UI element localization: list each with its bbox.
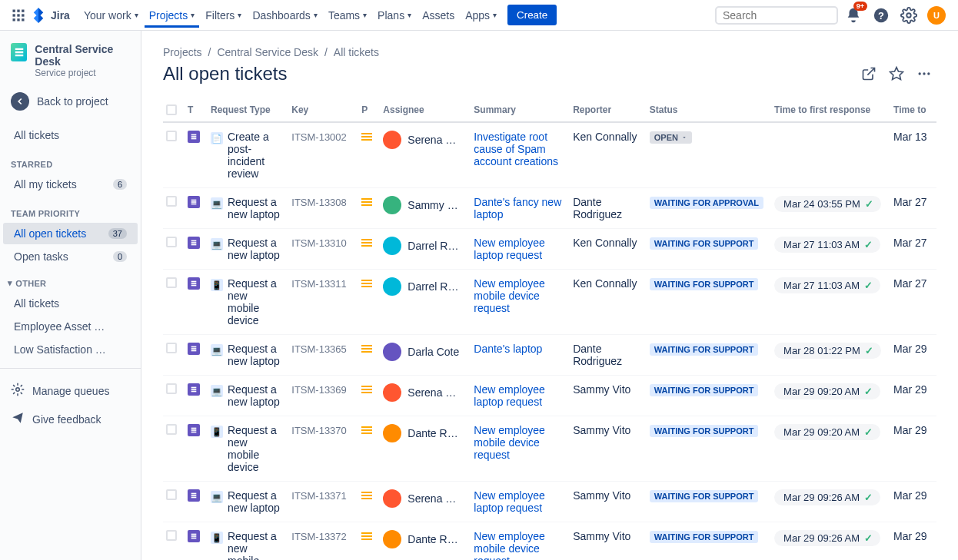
status-badge[interactable]: WAITING FOR SUPPORT — [650, 531, 759, 543]
table-row[interactable]: 📱Request a new mobile deviceITSM-13372Da… — [163, 522, 936, 561]
sidebar-item-open-tasks[interactable]: Open tasks0 — [3, 246, 138, 267]
column-header[interactable] — [163, 98, 185, 122]
status-badge[interactable]: WAITING FOR SUPPORT — [650, 384, 759, 396]
column-header[interactable]: Request Type — [208, 98, 288, 122]
status-badge[interactable]: WAITING FOR SUPPORT — [650, 278, 759, 290]
select-all-checkbox[interactable] — [166, 104, 177, 115]
summary-link[interactable]: New employee mobile device request — [474, 530, 545, 560]
table-row[interactable]: 💻Request a new laptopITSM-13371Serena Me… — [163, 482, 936, 522]
help-button[interactable]: ? — [869, 3, 893, 28]
sidebar-action-give-feedback[interactable]: Give feedback — [0, 405, 141, 433]
row-checkbox[interactable] — [166, 277, 177, 288]
search-input[interactable] — [723, 9, 857, 22]
sidebar-item-all-tickets[interactable]: All tickets — [3, 124, 138, 146]
row-checkbox[interactable] — [166, 424, 177, 435]
nav-item-assets[interactable]: Assets — [417, 3, 459, 28]
table-row[interactable]: 📱Request a new mobile deviceITSM-13370Da… — [163, 416, 936, 482]
row-checkbox[interactable] — [166, 237, 177, 247]
svg-point-18 — [927, 72, 930, 75]
row-checkbox[interactable] — [166, 131, 177, 141]
settings-button[interactable] — [896, 3, 921, 28]
assignee-avatar — [383, 343, 401, 361]
breadcrumb-item[interactable]: Projects — [163, 46, 202, 58]
back-to-project[interactable]: Back to project — [0, 86, 141, 117]
more-actions-button[interactable] — [912, 61, 936, 86]
summary-link[interactable]: New employee mobile device request — [474, 277, 545, 314]
row-checkbox[interactable] — [166, 343, 177, 353]
issue-key[interactable]: ITSM-13311 — [291, 278, 347, 290]
table-row[interactable]: 💻Request a new laptopITSM-13308Sammy Vit… — [163, 188, 936, 229]
request-type: 📱Request a new mobile device — [211, 530, 281, 560]
sidebar-item-employee-asset-orders[interactable]: Employee Asset Orders — [3, 316, 138, 337]
summary-link[interactable]: Investigate root cause of Spam account c… — [474, 131, 558, 167]
ttfr-value: Mar 24 03:55 PM — [783, 198, 860, 210]
nav-item-projects[interactable]: Projects▾ — [145, 3, 200, 28]
issue-key[interactable]: ITSM-13308 — [291, 197, 347, 208]
status-badge[interactable]: WAITING FOR APPROVAL — [650, 197, 763, 209]
row-checkbox[interactable] — [166, 489, 177, 500]
sidebar-item-all-my-tickets[interactable]: All my tickets6 — [3, 174, 138, 195]
breadcrumb-item[interactable]: All tickets — [334, 46, 379, 58]
app-switcher-icon[interactable] — [9, 6, 28, 25]
issue-key[interactable]: ITSM-13370 — [291, 425, 347, 436]
column-header[interactable]: Status — [647, 98, 771, 122]
table-row[interactable]: 📄Create a post-incident reviewITSM-13002… — [163, 122, 936, 188]
sidebar-item-low-satisfaction-scores-p-[interactable]: Low Satisfaction Scores (P... — [3, 339, 138, 360]
open-external-button[interactable] — [857, 61, 881, 86]
nav-item-teams[interactable]: Teams▾ — [324, 3, 371, 28]
status-badge[interactable]: WAITING FOR SUPPORT — [650, 343, 759, 356]
summary-link[interactable]: New employee mobile device request — [474, 424, 545, 461]
summary-link[interactable]: New employee laptop request — [474, 383, 545, 408]
sidebar-item-all-open-tickets[interactable]: All open tickets37 — [3, 223, 138, 244]
sidebar-item-all-tickets[interactable]: All tickets — [3, 293, 138, 314]
summary-link[interactable]: Dante's fancy new laptop — [474, 196, 561, 220]
column-header[interactable]: Assignee — [380, 98, 471, 122]
column-header[interactable]: Time to first response — [771, 98, 890, 122]
column-header[interactable]: Time to — [890, 98, 936, 122]
nav-item-apps[interactable]: Apps▾ — [461, 3, 501, 28]
request-type: 💻Request a new laptop — [211, 489, 281, 514]
search-box[interactable] — [715, 6, 838, 25]
table-row[interactable]: 💻Request a new laptopITSM-13365Darla Cot… — [163, 335, 936, 376]
issue-key[interactable]: ITSM-13310 — [291, 237, 347, 249]
issue-key[interactable]: ITSM-13372 — [291, 531, 347, 542]
status-badge[interactable]: OPEN — [650, 131, 692, 144]
jira-logo[interactable]: Jira — [31, 8, 70, 23]
summary-link[interactable]: Dante's laptop — [474, 343, 542, 355]
issue-key[interactable]: ITSM-13002 — [291, 131, 347, 143]
issue-key[interactable]: ITSM-13369 — [291, 384, 347, 396]
svg-rect-28 — [191, 281, 197, 283]
nav-item-dashboards[interactable]: Dashboards▾ — [248, 3, 322, 28]
sidebar-action-manage-queues[interactable]: Manage queues — [0, 376, 141, 405]
row-checkbox[interactable] — [166, 530, 177, 541]
nav-item-your-work[interactable]: Your work▾ — [79, 3, 143, 28]
nav-item-filters[interactable]: Filters▾ — [201, 3, 246, 28]
status-badge[interactable]: WAITING FOR SUPPORT — [650, 490, 759, 502]
row-checkbox[interactable] — [166, 196, 177, 207]
summary-link[interactable]: New employee laptop request — [474, 237, 545, 261]
star-button[interactable] — [884, 61, 909, 86]
issue-key[interactable]: ITSM-13371 — [291, 490, 347, 502]
summary-link[interactable]: New employee laptop request — [474, 489, 545, 514]
sidebar-heading[interactable]: ▾OTHER — [0, 269, 141, 291]
nav-item-plans[interactable]: Plans▾ — [373, 3, 416, 28]
issue-key[interactable]: ITSM-13365 — [291, 343, 347, 355]
status-badge[interactable]: WAITING FOR SUPPORT — [650, 237, 759, 250]
notifications-button[interactable]: 9+ — [841, 3, 866, 28]
profile-button[interactable]: U — [924, 3, 949, 28]
column-header[interactable]: P — [358, 98, 380, 122]
create-button[interactable]: Create — [507, 5, 557, 25]
table-row[interactable]: 💻Request a new laptopITSM-13310Darrel Ro… — [163, 229, 936, 270]
column-header[interactable]: Summary — [471, 98, 570, 122]
table-row[interactable]: 📱Request a new mobile deviceITSM-13311Da… — [163, 270, 936, 335]
column-header[interactable]: T — [185, 98, 208, 122]
column-header[interactable]: Reporter — [570, 98, 647, 122]
column-header[interactable]: Key — [288, 98, 358, 122]
sidebar-item-label: All tickets — [14, 129, 59, 141]
status-badge[interactable]: WAITING FOR SUPPORT — [650, 425, 759, 437]
row-checkbox[interactable] — [166, 383, 177, 394]
svg-rect-37 — [191, 428, 197, 429]
breadcrumb-item[interactable]: Central Service Desk — [217, 46, 318, 58]
table-row[interactable]: 💻Request a new laptopITSM-13369Serena Me… — [163, 376, 936, 416]
sidebar-project[interactable]: Central Service Desk Service project — [0, 31, 141, 86]
